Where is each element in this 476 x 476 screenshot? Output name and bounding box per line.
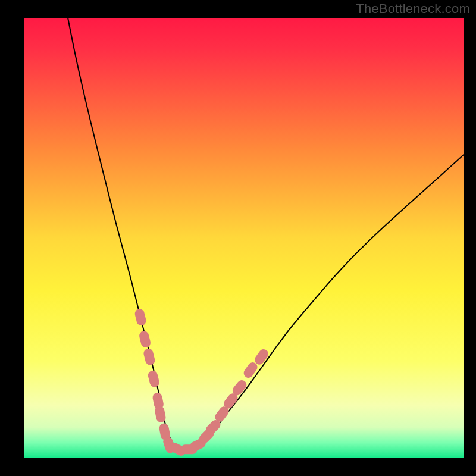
watermark-text: TheBottleneck.com bbox=[356, 1, 470, 17]
chart-svg bbox=[24, 18, 464, 458]
outer-frame: TheBottleneck.com bbox=[0, 0, 476, 476]
chart-area bbox=[24, 18, 464, 458]
